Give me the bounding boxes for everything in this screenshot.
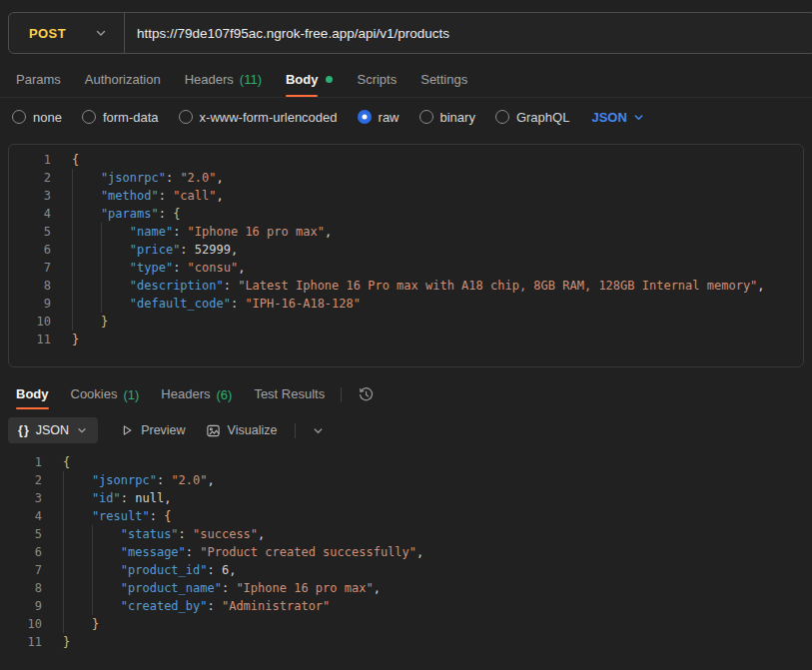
tab-count-badge: (6) [217,387,233,402]
code-line[interactable]: 9"default_code": "IPH-16-A18-128" [9,295,803,313]
indent-guide [92,543,121,561]
code-text: "message": "Product created successfully… [63,543,423,561]
request-tab-params[interactable]: Params [16,62,61,97]
code-line[interactable]: 7"product_id": 6, [0,561,812,579]
method-selector[interactable]: POST [9,13,124,53]
code-text: "method": "call", [72,187,224,205]
visualize-button[interactable]: Visualize [206,423,278,438]
code-line[interactable]: 4"result": { [0,507,812,525]
code-text: "description": "Latest Iphone 16 Pro max… [72,277,765,295]
code-line[interactable]: 8"product_name": "Iphone 16 pro max", [0,579,812,597]
tab-label: Params [16,62,61,97]
code-text: { [72,151,79,169]
code-text: { [63,453,70,471]
response-tab-cookies[interactable]: Cookies(1) [71,379,140,409]
url-input[interactable] [125,26,812,41]
response-tab-test-results[interactable]: Test Results [254,379,325,409]
body-type-form-data[interactable]: form-data [82,110,159,125]
code-line[interactable]: 5"name": "Iphone 16 pro max", [9,223,803,241]
code-line[interactable]: 10} [9,313,803,331]
code-line[interactable]: 1{ [9,151,803,169]
radio-button-icon [495,110,509,124]
tab-label: Body [16,379,49,409]
code-line[interactable]: 7"type": "consu", [9,259,803,277]
response-header: BodyCookies(1)Headers(6)Test Results [0,379,812,409]
code-text: "name": "Iphone 16 pro max", [72,223,332,241]
radio-label: form-data [103,110,159,125]
response-format-dropdown[interactable]: { } JSON [8,417,98,443]
body-type-raw[interactable]: raw [358,110,400,125]
code-text: "type": "consu", [72,259,245,277]
request-tab-scripts[interactable]: Scripts [357,62,397,97]
response-history-button[interactable] [358,386,375,403]
request-tab-headers[interactable]: Headers(11) [185,62,262,97]
body-type-x-www-form-urlencoded[interactable]: x-www-form-urlencoded [179,110,338,125]
raw-language-dropdown[interactable]: JSON [591,110,644,125]
request-tab-settings[interactable]: Settings [420,62,467,97]
code-line[interactable]: 3"id": null, [0,489,812,507]
code-line[interactable]: 3"method": "call", [9,187,803,205]
line-number: 6 [9,241,51,259]
chevron-down-icon[interactable] [312,424,325,437]
indent-guide [92,579,121,597]
indent-guide [72,295,101,313]
code-line[interactable]: 9"created_by": "Administrator" [0,597,812,615]
response-tab-headers[interactable]: Headers(6) [161,379,232,409]
divider [341,387,342,402]
response-body-code[interactable]: 1{2"jsonrpc": "2.0",3"id": null,4"result… [0,453,812,651]
code-line[interactable]: 6"message": "Product created successfull… [0,543,812,561]
code-line[interactable]: 8"description": "Latest Iphone 16 Pro ma… [9,277,803,295]
indent-guide [101,277,130,295]
request-body-editor[interactable]: 1{2"jsonrpc": "2.0",3"method": "call",4"… [8,144,804,367]
line-number: 6 [0,543,42,561]
chevron-down-icon [94,26,108,40]
code-line[interactable]: 1{ [0,453,812,471]
code-text: "jsonrpc": "2.0", [63,471,215,489]
code-line[interactable]: 2"jsonrpc": "2.0", [9,169,803,187]
line-number: 10 [0,615,42,633]
response-section: BodyCookies(1)Headers(6)Test Results { }… [0,379,812,651]
raw-language-label: JSON [591,110,626,125]
code-line[interactable]: 2"jsonrpc": "2.0", [0,471,812,489]
code-text: "default_code": "IPH-16-A18-128" [72,295,361,313]
tab-label: Authorization [85,62,161,97]
code-line[interactable]: 6"price": 52999, [9,241,803,259]
visualize-label: Visualize [228,423,278,437]
tab-label: Cookies [71,379,118,409]
indent-guide [63,543,92,561]
code-line[interactable]: 11} [0,633,812,651]
tab-count-badge: (11) [240,72,262,87]
code-text: "product_name": "Iphone 16 pro max", [63,579,381,597]
code-line[interactable]: 5"status": "success", [0,525,812,543]
preview-button[interactable]: Preview [120,423,185,437]
code-text: "product_id": 6, [63,561,236,579]
code-text: "status": "success", [63,525,265,543]
tab-label: Scripts [357,62,397,97]
indent-guide [92,597,121,615]
play-preview-icon [120,423,134,437]
body-type-none[interactable]: none [12,110,62,125]
code-text: "price": 52999, [72,241,238,259]
response-tab-body[interactable]: Body [16,379,49,409]
indent-guide [72,313,101,331]
request-tab-authorization[interactable]: Authorization [85,62,161,97]
tab-label: Headers [185,62,234,97]
code-line[interactable]: 10} [0,615,812,633]
line-number: 3 [0,489,42,507]
radio-label: none [33,110,62,125]
body-type-radios: noneform-datax-www-form-urlencodedrawbin… [12,110,569,125]
code-text: } [72,313,108,331]
request-tab-body[interactable]: Body [286,62,334,97]
indent-guide [101,259,130,277]
radio-button-icon [419,110,433,124]
indent-guide [72,241,101,259]
method-label: POST [29,26,66,41]
radio-label: x-www-form-urlencoded [200,110,338,125]
body-type-graphql[interactable]: GraphQL [495,110,569,125]
code-line[interactable]: 4"params": { [9,205,803,223]
chevron-down-icon [632,111,645,124]
request-url-bar: POST [8,12,812,54]
response-toolbar: { } JSON Preview Visualize [8,417,812,443]
body-type-binary[interactable]: binary [419,110,475,125]
code-line[interactable]: 11} [9,331,803,348]
